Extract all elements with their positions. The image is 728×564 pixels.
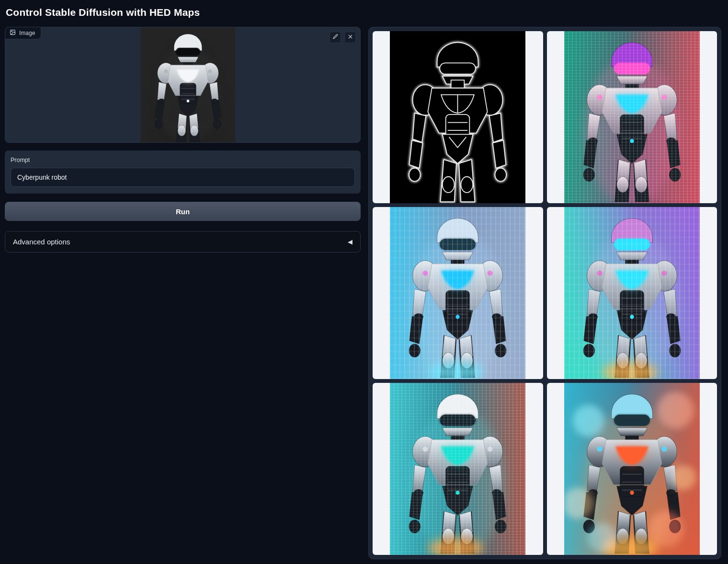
prompt-label: Prompt bbox=[11, 157, 355, 163]
gallery-image-result-2 bbox=[390, 207, 525, 379]
controls-column: Image bbox=[5, 27, 361, 253]
gallery-item-hed-edge-map[interactable] bbox=[373, 31, 543, 203]
gallery-image-result-5 bbox=[564, 383, 700, 555]
app-root: Control Stable Diffusion with HED Maps I… bbox=[0, 0, 728, 559]
image-icon bbox=[10, 29, 16, 37]
gallery-item-result-3[interactable] bbox=[547, 207, 717, 379]
close-icon bbox=[347, 34, 353, 41]
prompt-block: Prompt bbox=[5, 150, 361, 194]
advanced-options-label: Advanced options bbox=[13, 238, 70, 246]
gallery-item-result-4[interactable] bbox=[373, 383, 543, 555]
image-label: Image bbox=[19, 30, 35, 36]
advanced-options-accordion[interactable]: Advanced options ◀ bbox=[5, 231, 361, 253]
gallery-item-result-5[interactable] bbox=[547, 383, 717, 555]
edit-image-button[interactable] bbox=[330, 32, 341, 43]
gallery-image-result-4 bbox=[390, 383, 525, 555]
gallery-image-result-1 bbox=[564, 31, 700, 203]
run-button[interactable]: Run bbox=[5, 202, 361, 221]
image-toolbar bbox=[330, 32, 356, 43]
prompt-input[interactable] bbox=[11, 168, 355, 187]
input-image-block: Image bbox=[5, 27, 361, 143]
gallery-image-hed-edge-map bbox=[390, 31, 525, 203]
image-label-badge: Image bbox=[5, 27, 41, 39]
pencil-icon bbox=[332, 34, 339, 41]
clear-image-button[interactable] bbox=[344, 32, 356, 43]
gallery-image-result-3 bbox=[564, 207, 700, 379]
output-gallery bbox=[368, 27, 721, 559]
page-title: Control Stable Diffusion with HED Maps bbox=[6, 7, 721, 18]
accordion-collapse-icon: ◀ bbox=[348, 238, 353, 245]
gallery-item-result-2[interactable] bbox=[373, 207, 543, 379]
input-image[interactable] bbox=[141, 27, 235, 142]
main-layout: Image bbox=[5, 27, 721, 559]
gallery-item-result-1[interactable] bbox=[547, 31, 717, 203]
